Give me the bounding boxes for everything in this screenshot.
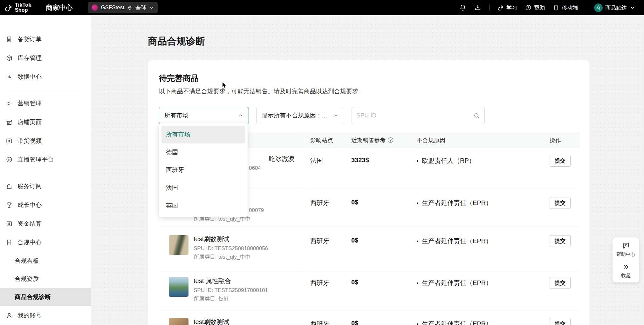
submit-button[interactable]: 提交 — [550, 318, 571, 325]
tiktok-note-icon — [497, 4, 504, 11]
col-recent-sales-label: 近期销售参考 — [351, 136, 386, 144]
chevron-down-icon — [629, 4, 636, 11]
product-name: test 属性融合 — [194, 277, 268, 285]
sidebar-item-my-account[interactable]: 我的账号 — [0, 306, 91, 325]
sidebar: 备货订单 库存管理 数据中心 营销管理 店铺页面 带货视频 直播管理平台 服务订… — [0, 15, 91, 325]
separator — [586, 5, 586, 10]
submit-button[interactable]: 提交 — [550, 197, 571, 209]
bullet — [417, 160, 418, 162]
inventory-box-icon — [6, 55, 13, 62]
store-selector[interactable]: GSFStest 全球 — [88, 2, 158, 13]
play-circle-icon — [6, 156, 13, 163]
market-filter-select[interactable]: 所有市场 — [159, 107, 249, 124]
market-filter-value: 所有市场 — [164, 111, 188, 120]
download-icon[interactable] — [474, 4, 481, 11]
divider — [5, 90, 86, 90]
sidebar-item-label: 服务订阅 — [17, 182, 42, 190]
dropdown-option-uk[interactable]: 英国 — [161, 197, 245, 215]
sidebar-item-shop-page[interactable]: 店铺页面 — [0, 113, 91, 131]
nav-help[interactable]: 帮助 — [525, 4, 545, 11]
video-icon — [6, 137, 13, 144]
account-label: 商品触达 — [605, 4, 627, 11]
filter-bar: 所有市场 显示所有不合规原因：... — [159, 107, 580, 124]
noncompliance-reason: 生产者延伸责任（EPR） — [422, 320, 492, 325]
submit-button[interactable]: 提交 — [550, 155, 571, 167]
chevron-down-icon — [149, 5, 154, 10]
sidebar-item-settlement[interactable]: 资金结算 — [0, 214, 91, 233]
bar-chart-icon — [6, 73, 13, 80]
product-category: 所属类目: 短裤 — [194, 296, 268, 302]
product-spu: SPU ID: TESTS250917000101 — [194, 287, 268, 294]
collapse-button[interactable]: 收起 — [621, 263, 631, 279]
pending-products-panel: 待完善商品 以下商品不满足合规要求，可能无法销售。请及时完善商品以达到合规要求。… — [148, 60, 589, 325]
product-image — [169, 277, 188, 297]
product-image — [169, 235, 188, 255]
sidebar-item-compliance-dashboard[interactable]: 合规看板 — [0, 252, 91, 270]
logo-line1: TikTok — [15, 3, 31, 8]
sidebar-item-label: 店铺页面 — [17, 118, 42, 126]
sidebar-item-service-subscription[interactable]: 服务订阅 — [0, 177, 91, 196]
account-avatar: 商 — [594, 3, 603, 12]
table-row: test刷数测试 西班牙 0$ 生产者延伸责任（EPR） 提交 — [159, 311, 580, 325]
file-check-icon — [6, 239, 13, 246]
sidebar-item-label: 数据中心 — [17, 73, 42, 81]
sidebar-item-label: 直播管理平台 — [17, 156, 54, 164]
sidebar-item-compliance-qualification[interactable]: 合规资质 — [0, 270, 91, 288]
trophy-icon — [6, 202, 13, 209]
spu-search-input[interactable] — [356, 112, 470, 119]
sidebar-item-live[interactable]: 直播管理平台 — [0, 150, 91, 169]
double-chevron-right-icon — [622, 263, 630, 271]
table-row: test刷数测试 SPU ID: TESTS250818000056 所属类目:… — [159, 228, 580, 270]
sidebar-item-compliance-center[interactable]: 合规中心 — [0, 233, 91, 252]
sidebar-item-stock-orders[interactable]: 备货订单 — [0, 30, 91, 49]
store-avatar — [92, 4, 98, 11]
nav-mobile[interactable]: 移动端 — [553, 4, 578, 11]
account-menu[interactable]: 商 商品触达 — [594, 3, 636, 12]
submit-button[interactable]: 提交 — [550, 277, 571, 289]
page-title: 商品合规诊断 — [148, 35, 644, 48]
help-center-label: 帮助中心 — [616, 251, 635, 257]
dropdown-option-france[interactable]: 法国 — [161, 179, 245, 197]
sidebar-item-video[interactable]: 带货视频 — [0, 131, 91, 150]
sidebar-item-product-compliance-diagnosis[interactable]: 商品合规诊断 — [0, 288, 91, 306]
submit-button[interactable]: 提交 — [550, 235, 571, 247]
sidebar-item-data-center[interactable]: 数据中心 — [0, 67, 91, 86]
chat-bubble-icon — [622, 242, 630, 249]
recent-sales: 0$ — [351, 228, 415, 270]
sidebar-item-label: 成长中心 — [17, 201, 42, 209]
divider — [5, 173, 86, 173]
nav-help-label: 帮助 — [534, 4, 545, 11]
dropdown-option-all-markets[interactable]: 所有市场 — [161, 126, 245, 143]
nav-mobile-label: 移动端 — [562, 4, 578, 11]
collapse-label: 收起 — [621, 273, 631, 279]
notification-bell-icon[interactable] — [459, 4, 466, 11]
help-center-button[interactable]: 帮助中心 — [616, 242, 635, 257]
reason-filter-value: 显示所有不合规原因：... — [262, 111, 327, 120]
search-icon[interactable] — [473, 112, 480, 119]
product-image — [169, 318, 188, 325]
panel-title: 待完善商品 — [159, 73, 580, 83]
question-circle-icon — [525, 4, 531, 11]
sidebar-item-growth-center[interactable]: 成长中心 — [0, 196, 91, 214]
info-question-icon[interactable]: ? — [388, 137, 393, 143]
bag-icon — [6, 183, 13, 190]
panel-description: 以下商品不满足合规要求，可能无法销售。请及时完善商品以达到合规要求。 — [159, 87, 580, 96]
noncompliance-reason: 生产者延伸责任（EPR） — [422, 199, 492, 206]
order-document-icon — [6, 36, 13, 43]
nav-learn-label: 学习 — [506, 4, 517, 11]
affected-site: 西班牙 — [303, 228, 351, 270]
table-row: test 属性融合 SPU ID: TESTS250917000101 所属类目… — [159, 270, 580, 311]
sidebar-item-marketing[interactable]: 营销管理 — [0, 94, 91, 113]
nav-learn[interactable]: 学习 — [497, 4, 517, 11]
chevron-up-icon — [238, 113, 243, 118]
col-noncompliance-reason: 不合规原因 — [415, 136, 548, 144]
tiktok-note-icon — [4, 3, 13, 12]
store-region: 全球 — [135, 4, 146, 11]
dropdown-option-germany[interactable]: 德国 — [161, 143, 245, 161]
bullet — [417, 202, 418, 204]
dropdown-option-spain[interactable]: 西班牙 — [161, 161, 245, 179]
tiktok-shop-logo[interactable]: TikTok Shop — [0, 3, 31, 13]
sidebar-item-label: 备货订单 — [17, 35, 42, 43]
reason-filter-select[interactable]: 显示所有不合规原因：... — [256, 107, 344, 124]
sidebar-item-inventory[interactable]: 库存管理 — [0, 49, 91, 67]
